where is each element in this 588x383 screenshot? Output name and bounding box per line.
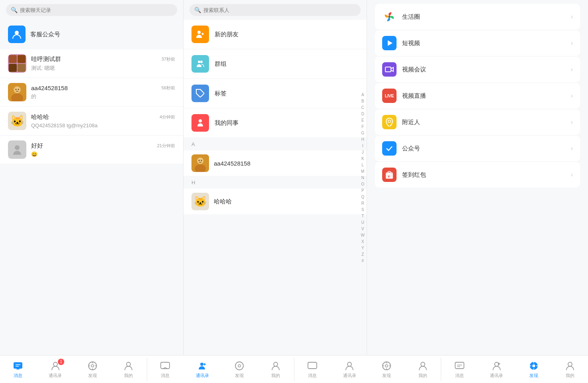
contacts-search-input[interactable] [203, 7, 356, 13]
tags-label: 标签 [215, 90, 227, 97]
discover-nearby[interactable]: 附近人 › [375, 109, 580, 135]
nav-msg-label-1: 消息 [14, 373, 22, 379]
alpha-j[interactable]: J [361, 149, 365, 155]
nav-discover-3[interactable]: 发现 [377, 358, 396, 381]
alpha-a[interactable]: A [360, 92, 365, 98]
service-avatar [8, 26, 26, 43]
nav-section-1: 消息 通讯录 1 发 [0, 358, 147, 381]
nav-mine-1[interactable]: 我的 [119, 358, 138, 381]
alpha-y[interactable]: Y [360, 245, 365, 251]
nav-contacts-2[interactable]: 通讯录 [192, 358, 213, 381]
alpha-b[interactable]: B [360, 98, 365, 104]
nav-discover-2[interactable]: 发现 [230, 358, 249, 381]
chat-time: 56秒前 [162, 85, 175, 91]
nav-msg-4[interactable]: 消息 [450, 358, 469, 381]
discover-official[interactable]: 公众号 › [375, 136, 580, 161]
nav-contacts-label-3: 通讯录 [343, 373, 356, 379]
alpha-r[interactable]: R [360, 200, 365, 206]
contact-item-hahaha[interactable]: 🐱 哈哈哈 [184, 189, 367, 214]
chat-msg: 的 [31, 93, 175, 100]
nav-contacts-1[interactable]: 通讯录 1 [45, 358, 66, 381]
chat-search-input[interactable] [20, 7, 172, 13]
nav-mine-2[interactable]: 我的 [266, 358, 285, 381]
alpha-i[interactable]: I [361, 143, 365, 149]
alpha-p[interactable]: P [360, 188, 365, 193]
nav-mine-label-1: 我的 [124, 373, 133, 379]
discover-icon-4 [528, 360, 539, 371]
alpha-l[interactable]: L [360, 162, 365, 168]
discover-live-stream[interactable]: LIVE 视频直播 › [375, 83, 580, 109]
discover-arrow: › [571, 39, 573, 47]
chat-item[interactable]: 哇呼测试群 37秒前 测试: 嗯嗯 [0, 49, 183, 77]
new-friends-label: 新的朋友 [215, 31, 239, 38]
chat-time: 4分钟前 [160, 114, 175, 120]
nav-section-2: 消息 通讯录 发现 [147, 358, 294, 381]
alpha-s[interactable]: S [360, 207, 365, 213]
chat-item[interactable]: 好好 21分钟前 😄 [0, 136, 183, 164]
discover-arrow: › [571, 92, 573, 99]
section-header-a: A [184, 138, 367, 150]
svg-point-60 [495, 362, 499, 366]
contact-item-aa[interactable]: aa424528158 [184, 150, 367, 176]
groups-item[interactable]: 群组 [184, 49, 367, 78]
discover-arrow: › [571, 66, 573, 73]
message-icon-4 [454, 360, 465, 371]
alpha-e[interactable]: E [360, 117, 365, 123]
live-stream-icon: LIVE [382, 89, 397, 103]
chat-item[interactable]: 🐱 哈哈哈 4分钟前 QQ424528158 tg@my2108a [0, 107, 183, 135]
colleagues-label: 我的同事 [215, 119, 239, 127]
nav-msg-2[interactable]: 消息 [156, 358, 175, 381]
chat-info: 哇呼测试群 37秒前 测试: 嗯嗯 [31, 55, 175, 72]
service-account-name: 客服公众号 [30, 31, 60, 38]
nav-msg-label-2: 消息 [161, 373, 170, 379]
alpha-w[interactable]: W [360, 232, 366, 238]
nav-contacts-3[interactable]: 通讯录 [339, 358, 360, 381]
colleagues-item[interactable]: 我的同事 [184, 109, 367, 137]
nav-contacts-4[interactable]: 通讯录 [486, 358, 507, 381]
alpha-g[interactable]: G [360, 130, 365, 136]
alpha-d[interactable]: D [360, 111, 365, 117]
alpha-x[interactable]: X [360, 239, 365, 245]
discover-life-circle-name: 生活圈 [402, 13, 565, 21]
nav-discover-1[interactable]: 发现 [83, 358, 102, 381]
discover-panel: 生活圈 › 短视频 › [367, 0, 588, 355]
service-account-item[interactable]: 客服公众号 [0, 20, 183, 49]
nav-mine-4[interactable]: 我的 [560, 358, 580, 381]
chat-info: aa424528158 56秒前 的 [31, 85, 175, 100]
alpha-m[interactable]: M [360, 168, 365, 174]
alpha-t[interactable]: T [360, 213, 365, 219]
alpha-o[interactable]: O [360, 181, 365, 187]
nav-contacts-label-1: 通讯录 [49, 373, 62, 379]
alpha-k[interactable]: K [360, 156, 365, 162]
nav-mine-3[interactable]: 我的 [413, 358, 432, 381]
chat-name: aa424528158 [31, 85, 68, 91]
nav-msg-3[interactable]: 消息 [303, 358, 322, 381]
contacts-search-wrap[interactable]: 🔍 [189, 4, 361, 16]
alpha-u[interactable]: U [360, 219, 365, 225]
nav-discover-4[interactable]: 发现 [524, 358, 543, 381]
alpha-c[interactable]: C [360, 105, 365, 111]
nav-msg-1[interactable]: 消息 [8, 358, 28, 381]
discover-video-meeting[interactable]: 视频会议 › [375, 57, 580, 82]
alpha-hash[interactable]: # [360, 258, 365, 264]
alpha-f[interactable]: F [360, 124, 365, 130]
svg-point-18 [201, 160, 202, 161]
tags-item[interactable]: 标签 [184, 79, 367, 108]
chat-info: 好好 21分钟前 😄 [31, 142, 175, 157]
alpha-v[interactable]: V [360, 226, 365, 232]
discover-short-video[interactable]: 短视频 › [375, 30, 580, 56]
discover-redpacket[interactable]: ¥ 签到红包 › [375, 162, 580, 188]
chat-msg: 测试: 嗯嗯 [31, 65, 175, 72]
chat-search-wrap[interactable]: 🔍 [6, 4, 177, 16]
nav-contacts-label-2: 通讯录 [196, 373, 209, 379]
search-icon: 🔍 [11, 7, 18, 13]
alpha-h[interactable]: H [360, 136, 365, 142]
alpha-q[interactable]: Q [360, 194, 365, 200]
alpha-n[interactable]: N [360, 175, 365, 181]
alpha-z[interactable]: Z [360, 251, 365, 257]
new-friends-item[interactable]: 新的朋友 [184, 20, 367, 49]
svg-point-0 [15, 31, 19, 35]
discover-arrow: › [571, 171, 573, 178]
discover-life-circle[interactable]: 生活圈 › [375, 4, 580, 30]
chat-item[interactable]: aa424528158 56秒前 的 [0, 78, 183, 106]
